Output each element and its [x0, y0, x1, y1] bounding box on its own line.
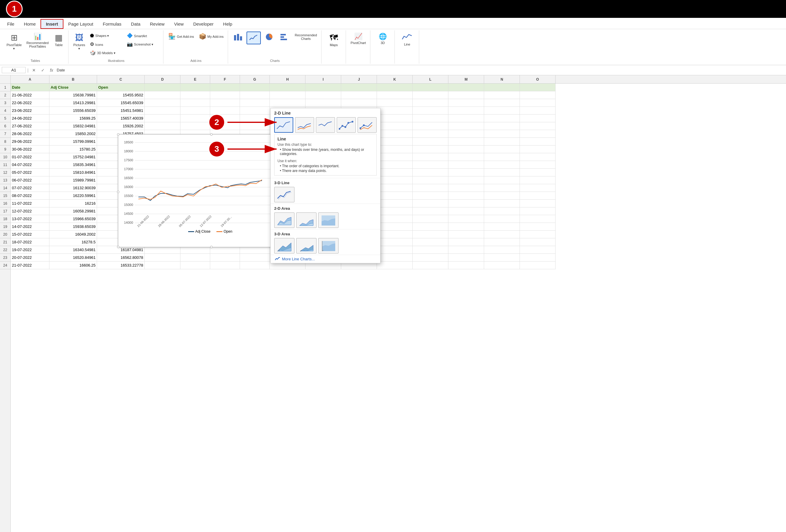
- cell-10-n[interactable]: [484, 153, 520, 161]
- pictures-button[interactable]: 🖼 Pictures▾: [71, 31, 87, 52]
- row-num-19[interactable]: 19: [0, 223, 10, 231]
- tab-view[interactable]: View: [169, 20, 188, 28]
- screenshot-button[interactable]: 📷 Screenshot ▾: [125, 40, 161, 48]
- cell-16-k[interactable]: [377, 200, 413, 208]
- cell-23-a[interactable]: 20-07-2022: [11, 254, 49, 262]
- cell-5-d[interactable]: [145, 115, 180, 122]
- cell-16-o[interactable]: [520, 200, 556, 208]
- cell-3-i[interactable]: [305, 99, 341, 107]
- cell-4-c[interactable]: 15451.54981: [97, 107, 145, 115]
- cell-24-g[interactable]: [240, 262, 270, 269]
- recommended-pivot-button[interactable]: 📊 RecommendedPivotTables: [25, 31, 51, 49]
- cell-4-d[interactable]: [145, 107, 180, 115]
- cell-23-d[interactable]: [145, 254, 180, 262]
- cell-9-a[interactable]: 30-06-2022: [11, 145, 49, 153]
- tab-formulas[interactable]: Formulas: [98, 20, 126, 28]
- cell-15-m[interactable]: [448, 192, 484, 200]
- cell-4-l[interactable]: [413, 107, 448, 115]
- col-header-d[interactable]: D: [145, 75, 180, 83]
- cell-3-n[interactable]: [484, 99, 520, 107]
- cell-18-a[interactable]: 13-07-2022: [11, 215, 49, 223]
- cell-17-a[interactable]: 12-07-2022: [11, 208, 49, 215]
- cell-5-a[interactable]: 24-06-2022: [11, 115, 49, 122]
- cell-11-m[interactable]: [448, 161, 484, 169]
- cell-16-m[interactable]: [448, 200, 484, 208]
- col-header-i[interactable]: I: [305, 75, 341, 83]
- cell-14-b[interactable]: 16132.90039: [49, 184, 97, 192]
- pivotchart-button[interactable]: 📈 PivotChart: [349, 31, 368, 46]
- col-header-c[interactable]: C: [97, 75, 145, 83]
- cell-2-h[interactable]: [270, 91, 305, 99]
- cell-1-a[interactable]: Date: [11, 83, 49, 91]
- chart-handle-bl[interactable]: [117, 246, 119, 248]
- row-num-3[interactable]: 3: [0, 99, 10, 107]
- line-chart-button[interactable]: [247, 31, 261, 44]
- cell-20-n[interactable]: [484, 231, 520, 238]
- cell-3-o[interactable]: [520, 99, 556, 107]
- chart-handle-top[interactable]: [210, 133, 213, 136]
- cell-8-k[interactable]: [377, 138, 413, 145]
- cell-3-k[interactable]: [377, 99, 413, 107]
- cell-17-k[interactable]: [377, 208, 413, 215]
- cell-1-o[interactable]: [520, 83, 556, 91]
- cell-3-d[interactable]: [145, 99, 180, 107]
- cell-15-o[interactable]: [520, 192, 556, 200]
- column-chart-button[interactable]: [231, 31, 245, 43]
- cell-6-d[interactable]: [145, 122, 180, 130]
- line-stacked-button[interactable]: [295, 117, 314, 133]
- chart-handle-tl[interactable]: [117, 133, 119, 136]
- cell-2-c[interactable]: 15455.9502: [97, 91, 145, 99]
- cell-23-e[interactable]: [180, 254, 210, 262]
- cell-12-n[interactable]: [484, 169, 520, 176]
- cell-14-m[interactable]: [448, 184, 484, 192]
- cell-23-m[interactable]: [448, 254, 484, 262]
- cell-2-o[interactable]: [520, 91, 556, 99]
- cell-2-i[interactable]: [305, 91, 341, 99]
- table-button[interactable]: ▦ Table: [51, 31, 66, 48]
- cell-3-e[interactable]: [180, 99, 210, 107]
- area-stacked-button[interactable]: [296, 213, 317, 228]
- cell-9-k[interactable]: [377, 145, 413, 153]
- cell-7-n[interactable]: [484, 130, 520, 138]
- cell-4-o[interactable]: [520, 107, 556, 115]
- cell-2-e[interactable]: [180, 91, 210, 99]
- cell-19-b[interactable]: 15938.65039: [49, 223, 97, 231]
- cell-5-n[interactable]: [484, 115, 520, 122]
- cell-24-n[interactable]: [484, 262, 520, 269]
- cell-24-d[interactable]: [145, 262, 180, 269]
- cell-18-o[interactable]: [520, 215, 556, 223]
- shapes-button[interactable]: ⬟ Shapes ▾: [88, 31, 124, 40]
- cell-18-n[interactable]: [484, 215, 520, 223]
- col-header-a[interactable]: A: [11, 75, 49, 83]
- cell-21-b[interactable]: 16278.5: [49, 238, 97, 246]
- cell-7-o[interactable]: [520, 130, 556, 138]
- row-num-23[interactable]: 23: [0, 254, 10, 262]
- col-header-f[interactable]: F: [210, 75, 240, 83]
- my-addins-button[interactable]: 📦 My Add-ins: [197, 31, 225, 41]
- cell-6-b[interactable]: 15832.04981: [49, 122, 97, 130]
- cell-2-l[interactable]: [413, 91, 448, 99]
- pivot-table-button[interactable]: ⊞ PivotTable▾: [5, 31, 24, 52]
- col-header-j[interactable]: J: [341, 75, 377, 83]
- cell-11-n[interactable]: [484, 161, 520, 169]
- cell-1-c[interactable]: Open: [97, 83, 145, 91]
- cell-2-b[interactable]: 15638.79981: [49, 91, 97, 99]
- col-header-o[interactable]: O: [520, 75, 556, 83]
- name-box[interactable]: [2, 67, 26, 73]
- cell-8-b[interactable]: 15799.09961: [49, 138, 97, 145]
- cell-14-a[interactable]: 07-07-2022: [11, 184, 49, 192]
- cell-11-b[interactable]: 15835.34961: [49, 161, 97, 169]
- cell-22-n[interactable]: [484, 246, 520, 254]
- cell-16-a[interactable]: 11-07-2022: [11, 200, 49, 208]
- cell-22-b[interactable]: 16340.54981: [49, 246, 97, 254]
- cell-4-g[interactable]: [240, 107, 270, 115]
- cell-22-m[interactable]: [448, 246, 484, 254]
- cell-17-b[interactable]: 16058.29981: [49, 208, 97, 215]
- cell-4-k[interactable]: [377, 107, 413, 115]
- cell-23-l[interactable]: [413, 254, 448, 262]
- tab-page-layout[interactable]: Page Layout: [64, 20, 98, 28]
- tab-data[interactable]: Data: [126, 20, 145, 28]
- cell-4-b[interactable]: 15556.65039: [49, 107, 97, 115]
- cell-19-k[interactable]: [377, 223, 413, 231]
- row-num-1[interactable]: 1: [0, 83, 10, 91]
